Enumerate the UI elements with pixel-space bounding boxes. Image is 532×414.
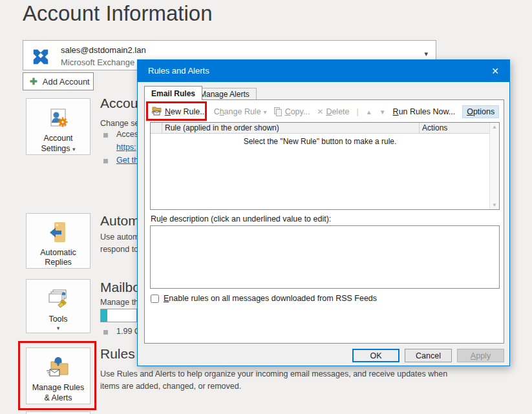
manage-rules-alerts-button[interactable]: Manage Rules & Alerts bbox=[26, 347, 90, 404]
new-rule-button[interactable]: New Rule... bbox=[151, 106, 207, 118]
dialog-title: Rules and Alerts bbox=[148, 60, 209, 82]
bullet-icon bbox=[103, 133, 108, 138]
automatic-replies-button[interactable]: Automatic Replies bbox=[26, 213, 90, 269]
move-up-icon: ▲ bbox=[366, 109, 372, 116]
rules-description-line1: Use Rules and Alerts to help organize yo… bbox=[100, 369, 447, 378]
chevron-down-icon: ▾ bbox=[264, 109, 267, 116]
options-button[interactable]: Options bbox=[462, 105, 499, 118]
rss-feeds-checkbox[interactable] bbox=[151, 295, 159, 303]
new-rule-icon bbox=[151, 106, 162, 118]
scroll-down-icon[interactable]: ▼ bbox=[492, 202, 497, 208]
automatic-replies-label: Automatic bbox=[40, 248, 76, 258]
scroll-up-icon[interactable]: ▲ bbox=[492, 124, 497, 130]
bullet-icon bbox=[103, 330, 108, 335]
account-settings-label: Account bbox=[43, 134, 72, 144]
move-down-icon: ▼ bbox=[379, 109, 386, 116]
rules-description-line2: items are added, changed, or removed. bbox=[100, 382, 241, 391]
section-text: Manage th bbox=[100, 298, 138, 307]
rules-list-rule-column[interactable]: Rule (applied in the order shown) bbox=[162, 123, 420, 133]
section-heading-auto-replies: Autom bbox=[100, 213, 140, 229]
rules-list[interactable]: Rule (applied in the order shown) Action… bbox=[150, 122, 500, 210]
account-email: sales@dstdomain2.lan bbox=[61, 45, 146, 55]
tools-button[interactable]: Tools ▾ bbox=[26, 279, 90, 333]
delete-icon: ✕ bbox=[317, 107, 323, 116]
manage-rules-alerts-icon bbox=[45, 355, 72, 380]
rules-list-empty-text: Select the "New Rule" button to make a r… bbox=[151, 137, 489, 146]
account-settings-label-2: Settings bbox=[41, 144, 70, 153]
apply-button: Apply bbox=[457, 349, 504, 362]
section-text: respond to bbox=[100, 245, 138, 254]
close-icon[interactable]: ✕ bbox=[481, 60, 509, 82]
section-text: Acces bbox=[116, 130, 138, 139]
rule-description-label: Rule description (click an underlined va… bbox=[151, 214, 331, 223]
toolbar-separator: | bbox=[357, 107, 359, 116]
get-app-link[interactable]: Get th bbox=[116, 156, 138, 165]
rules-and-alerts-dialog: Rules and Alerts ✕ Email Rules Manage Al… bbox=[137, 59, 510, 366]
chevron-down-icon[interactable]: ▾ bbox=[424, 50, 428, 58]
mailbox-quota-bar bbox=[100, 309, 137, 322]
automatic-replies-icon bbox=[47, 220, 69, 245]
change-rule-button: Change Rule ▾ bbox=[214, 107, 267, 116]
rules-list-scrollbar[interactable]: ▲ ▼ bbox=[489, 123, 499, 209]
tools-icon bbox=[45, 286, 71, 312]
rss-feeds-checkbox-label: Enable rules on all messages downloaded … bbox=[164, 294, 377, 303]
manage-rules-alerts-label-2: & Alerts bbox=[44, 393, 72, 404]
run-rules-now-button[interactable]: Run Rules Now... bbox=[393, 107, 456, 116]
mailbox-quota-fill bbox=[101, 309, 107, 322]
rules-list-header: Rule (applied in the order shown) Action… bbox=[151, 123, 489, 134]
email-rules-tab-page: New Rule... Change Rule ▾ Copy... ✕ Dele… bbox=[144, 99, 504, 344]
delete-button: ✕ Delete bbox=[317, 107, 349, 116]
tools-label: Tools bbox=[48, 315, 67, 325]
copy-button: Copy... bbox=[274, 107, 310, 116]
rules-list-selector-column bbox=[151, 123, 162, 133]
copy-icon bbox=[274, 107, 282, 116]
section-heading-mailbox: Mailbo bbox=[100, 280, 140, 295]
section-text: Change se bbox=[100, 119, 139, 128]
dialog-titlebar[interactable]: Rules and Alerts ✕ bbox=[138, 60, 509, 82]
tab-email-rules[interactable]: Email Rules bbox=[144, 86, 202, 100]
cancel-button[interactable]: Cancel bbox=[405, 349, 452, 362]
account-settings-button[interactable]: Account Settings ▾ bbox=[26, 98, 90, 155]
rss-feeds-checkbox-row: Enable rules on all messages downloaded … bbox=[151, 294, 377, 303]
chevron-down-icon: ▾ bbox=[57, 325, 60, 331]
add-account-button[interactable]: ✚ Add Account bbox=[23, 72, 94, 90]
bullet-icon bbox=[103, 159, 108, 163]
manage-rules-alerts-label: Manage Rules bbox=[32, 383, 85, 393]
account-provider: Microsoft Exchange bbox=[61, 57, 134, 67]
exchange-logo-icon bbox=[31, 46, 50, 68]
add-account-label: Add Account bbox=[43, 77, 90, 87]
automatic-replies-label-2: Replies bbox=[45, 258, 72, 268]
rule-description-box[interactable] bbox=[150, 225, 500, 289]
section-text: Use autom bbox=[100, 233, 139, 242]
rules-list-actions-column[interactable]: Actions bbox=[420, 123, 489, 133]
ok-button[interactable]: OK bbox=[352, 349, 399, 362]
page-title: Account Information bbox=[23, 1, 213, 26]
partial-tile bbox=[26, 411, 90, 414]
chevron-down-icon: ▾ bbox=[72, 146, 76, 152]
account-settings-icon bbox=[47, 105, 69, 131]
plus-icon: ✚ bbox=[30, 76, 37, 87]
owa-link[interactable]: https: bbox=[116, 143, 136, 152]
